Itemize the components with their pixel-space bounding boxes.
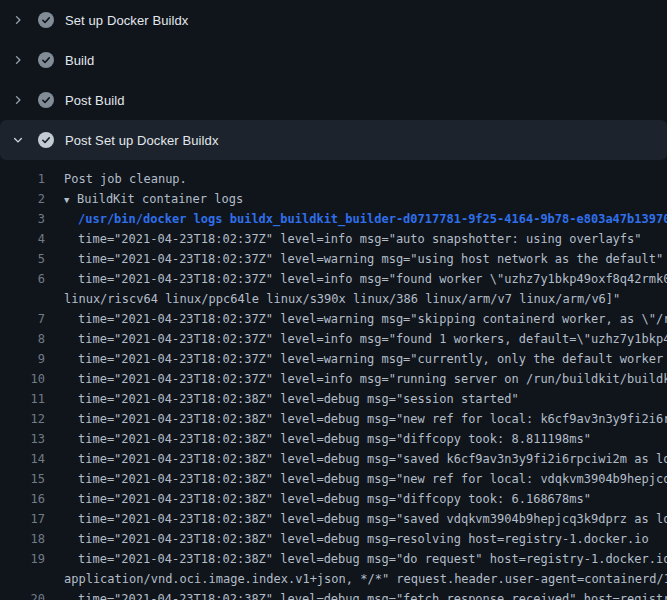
log-text: time="2021-04-23T18:02:38Z" level=debug … (45, 529, 649, 549)
line-number[interactable]: 9 (0, 349, 45, 369)
log-line: 18time="2021-04-23T18:02:38Z" level=debu… (0, 529, 667, 549)
step-build[interactable]: Build (0, 40, 667, 80)
workflow-log-panel: Set up Docker Buildx Build Post Build (0, 0, 667, 600)
log-line: 5time="2021-04-23T18:02:37Z" level=warni… (0, 249, 667, 269)
log-group-toggle[interactable]: ▼BuildKit container logs (45, 189, 243, 209)
step-label: Post Build (65, 93, 125, 108)
log-line: 11time="2021-04-23T18:02:38Z" level=debu… (0, 389, 667, 409)
log-line: 1Post job cleanup. (0, 169, 667, 189)
log-line: 19time="2021-04-23T18:02:38Z" level=debu… (0, 549, 667, 569)
log-viewer: 1Post job cleanup.2▼BuildKit container l… (0, 160, 667, 600)
line-number[interactable]: 8 (0, 329, 45, 349)
line-number[interactable]: 5 (0, 249, 45, 269)
log-line: application/vnd.oci.image.index.v1+json,… (0, 569, 667, 589)
step-label: Build (65, 53, 94, 68)
log-line: 14time="2021-04-23T18:02:38Z" level=debu… (0, 449, 667, 469)
check-circle-icon (38, 52, 54, 68)
line-number[interactable]: 13 (0, 429, 45, 449)
log-text: application/vnd.oci.image.index.v1+json,… (45, 569, 667, 589)
line-number[interactable]: 10 (0, 369, 45, 389)
collapse-triangle-icon: ▼ (64, 190, 77, 209)
step-list: Set up Docker Buildx Build Post Build (0, 0, 667, 160)
line-number[interactable]: 16 (0, 489, 45, 509)
step-post-set-up-docker-buildx[interactable]: Post Set up Docker Buildx (0, 120, 667, 160)
log-text: time="2021-04-23T18:02:38Z" level=debug … (45, 389, 519, 409)
log-text: time="2021-04-23T18:02:37Z" level=warnin… (45, 309, 667, 329)
check-circle-icon (38, 132, 54, 148)
line-number[interactable]: 12 (0, 409, 45, 429)
log-text: time="2021-04-23T18:02:38Z" level=debug … (45, 469, 667, 489)
line-number[interactable]: 15 (0, 469, 45, 489)
log-line: 8time="2021-04-23T18:02:37Z" level=info … (0, 329, 667, 349)
log-text: time="2021-04-23T18:02:37Z" level=warnin… (45, 249, 663, 269)
line-number[interactable]: 19 (0, 549, 45, 569)
log-text: time="2021-04-23T18:02:38Z" level=debug … (45, 409, 667, 429)
check-circle-icon (38, 12, 54, 28)
log-text: time="2021-04-23T18:02:38Z" level=debug … (45, 549, 667, 569)
log-command-text: /usr/bin/docker logs buildx_buildkit_bui… (45, 209, 667, 229)
log-text: time="2021-04-23T18:02:37Z" level=info m… (45, 329, 667, 349)
step-post-build[interactable]: Post Build (0, 80, 667, 120)
log-text: time="2021-04-23T18:02:38Z" level=debug … (45, 449, 667, 469)
log-text: time="2021-04-23T18:02:37Z" level=info m… (45, 229, 642, 249)
log-line: 17time="2021-04-23T18:02:38Z" level=debu… (0, 509, 667, 529)
log-text: linux/riscv64 linux/ppc64le linux/s390x … (45, 289, 620, 309)
step-label: Set up Docker Buildx (65, 13, 188, 28)
line-number[interactable]: 2 (0, 189, 45, 209)
check-circle-icon (38, 92, 54, 108)
line-number[interactable]: 17 (0, 509, 45, 529)
log-line: 16time="2021-04-23T18:02:38Z" level=debu… (0, 489, 667, 509)
line-number[interactable]: 18 (0, 529, 45, 549)
line-number[interactable]: 6 (0, 269, 45, 289)
step-set-up-docker-buildx[interactable]: Set up Docker Buildx (0, 0, 667, 40)
line-number[interactable]: 7 (0, 309, 45, 329)
line-number[interactable]: 14 (0, 449, 45, 469)
log-line: 10time="2021-04-23T18:02:37Z" level=info… (0, 369, 667, 389)
line-number[interactable]: 4 (0, 229, 45, 249)
line-number[interactable]: 3 (0, 209, 45, 229)
log-text: Post job cleanup. (45, 169, 187, 189)
log-text: time="2021-04-23T18:02:38Z" level=debug … (45, 429, 591, 449)
log-line: 3/usr/bin/docker logs buildx_buildkit_bu… (0, 209, 667, 229)
step-label: Post Set up Docker Buildx (65, 133, 219, 148)
log-text: time="2021-04-23T18:02:38Z" level=debug … (45, 489, 591, 509)
log-text: time="2021-04-23T18:02:37Z" level=info m… (45, 369, 667, 389)
chevron-right-icon (10, 52, 26, 68)
log-line: 6time="2021-04-23T18:02:37Z" level=info … (0, 269, 667, 289)
log-line: 20time="2021-04-23T18:02:38Z" level=debu… (0, 589, 667, 600)
line-number[interactable]: 1 (0, 169, 45, 189)
log-line: 15time="2021-04-23T18:02:38Z" level=debu… (0, 469, 667, 489)
chevron-right-icon (10, 12, 26, 28)
line-number[interactable]: 20 (0, 589, 45, 600)
line-number[interactable]: 11 (0, 389, 45, 409)
log-text: time="2021-04-23T18:02:37Z" level=warnin… (45, 349, 667, 369)
log-line: 9time="2021-04-23T18:02:37Z" level=warni… (0, 349, 667, 369)
log-text: time="2021-04-23T18:02:38Z" level=debug … (45, 589, 667, 600)
log-line: 13time="2021-04-23T18:02:38Z" level=debu… (0, 429, 667, 449)
log-line: 7time="2021-04-23T18:02:37Z" level=warni… (0, 309, 667, 329)
chevron-down-icon (10, 132, 26, 148)
chevron-right-icon (10, 92, 26, 108)
log-line: 2▼BuildKit container logs (0, 189, 667, 209)
log-line: 4time="2021-04-23T18:02:37Z" level=info … (0, 229, 667, 249)
log-text: time="2021-04-23T18:02:37Z" level=info m… (45, 269, 667, 289)
log-text: time="2021-04-23T18:02:38Z" level=debug … (45, 509, 667, 529)
log-line: 12time="2021-04-23T18:02:38Z" level=debu… (0, 409, 667, 429)
log-line: linux/riscv64 linux/ppc64le linux/s390x … (0, 289, 667, 309)
